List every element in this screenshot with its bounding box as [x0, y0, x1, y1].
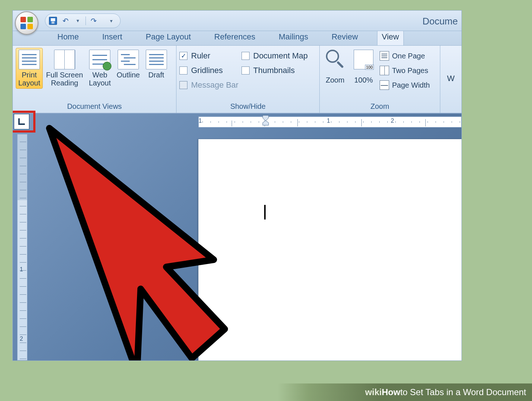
- two-pages-button[interactable]: Two Pages: [380, 63, 430, 78]
- magnifier-icon: [325, 50, 345, 69]
- tab-selector-button[interactable]: [14, 114, 30, 130]
- draft-icon: [146, 50, 167, 69]
- tab-references[interactable]: References: [210, 30, 260, 45]
- web-layout-label: Web Layout: [89, 71, 111, 87]
- left-tab-icon: [18, 118, 25, 125]
- thumbnails-checkbox[interactable]: Thumbnails: [242, 63, 308, 78]
- print-layout-label: Print Layout: [18, 71, 40, 87]
- document-map-checkbox[interactable]: Document Map: [242, 49, 308, 63]
- group-document-views-label: Document Views: [16, 101, 173, 113]
- h-ruler-ticks: 112: [199, 117, 461, 127]
- save-button[interactable]: [48, 16, 58, 26]
- draft-label: Draft: [148, 71, 164, 79]
- checkbox-disabled-icon: [179, 81, 187, 89]
- tab-mailings[interactable]: Mailings: [274, 30, 313, 45]
- wikihow-caption: wikiHow to Set Tabs in a Word Document: [278, 383, 532, 401]
- checkbox-checked-icon: ✓: [179, 52, 187, 60]
- v-ruler-margin-shade: [18, 134, 27, 200]
- zoom-label: Zoom: [326, 76, 344, 84]
- message-bar-label: Message Bar: [191, 80, 239, 90]
- one-page-button[interactable]: One Page: [380, 49, 430, 63]
- undo-button[interactable]: ↶: [61, 16, 70, 26]
- tab-page-layout[interactable]: Page Layout: [141, 30, 195, 45]
- word-window: ↶ ▼ ↷ ▾ Docume Home Insert Page Layout R…: [12, 10, 462, 361]
- document-page[interactable]: [198, 139, 461, 360]
- svg-marker-1: [263, 121, 269, 125]
- page-width-icon: [380, 80, 389, 90]
- draft-button[interactable]: Draft: [143, 48, 170, 81]
- thumbnails-label: Thumbnails: [253, 66, 295, 75]
- wikihow-wiki: wiki: [365, 387, 381, 397]
- page-width-button[interactable]: Page Width: [380, 78, 430, 92]
- group-window-partial: W: [440, 46, 461, 113]
- print-layout-button[interactable]: Print Layout: [16, 48, 43, 89]
- ruler-checkbox[interactable]: ✓ Ruler: [179, 49, 242, 63]
- full-screen-reading-button[interactable]: Full Screen Reading: [43, 48, 86, 89]
- full-screen-reading-label: Full Screen Reading: [46, 71, 83, 87]
- svg-marker-0: [263, 115, 269, 121]
- group-zoom: Zoom 100% One Page Two Pages: [320, 46, 440, 113]
- outline-icon: [118, 50, 139, 69]
- text-caret: [264, 205, 266, 219]
- redo-button[interactable]: ↷: [89, 16, 98, 26]
- ruler-label: Ruler: [191, 51, 210, 61]
- vertical-ruler[interactable]: 12: [17, 134, 27, 360]
- zoom-100-label: 100%: [354, 76, 373, 84]
- checkbox-icon: [242, 52, 250, 60]
- group-show-hide-label: Show/Hide: [179, 101, 316, 113]
- wikihow-how: How: [382, 387, 400, 397]
- tab-home[interactable]: Home: [53, 30, 83, 45]
- tab-review[interactable]: Review: [327, 30, 362, 45]
- document-title: Docume: [422, 16, 458, 27]
- web-layout-icon: [89, 50, 110, 69]
- one-page-icon: [380, 51, 389, 61]
- undo-dropdown[interactable]: ▼: [73, 16, 83, 26]
- gridlines-label: Gridlines: [191, 66, 223, 75]
- print-layout-icon: [19, 50, 40, 69]
- qat-customize-button[interactable]: ▾: [106, 16, 116, 26]
- qat-separator: [86, 16, 86, 25]
- two-pages-icon: [380, 66, 389, 75]
- full-screen-reading-icon: [54, 50, 75, 69]
- ribbon-tabstrip: Home Insert Page Layout References Maili…: [13, 31, 461, 46]
- quick-access-toolbar: ↶ ▼ ↷ ▾: [45, 14, 121, 28]
- ribbon: Print Layout Full Screen Reading Web Lay…: [13, 46, 461, 114]
- message-bar-checkbox: Message Bar: [179, 78, 242, 92]
- window-partial-label: W: [447, 74, 455, 83]
- group-show-hide: ✓ Ruler Gridlines Message Bar: [176, 46, 320, 113]
- checkbox-icon: [179, 66, 187, 75]
- document-area: 112 12: [13, 114, 461, 360]
- group-zoom-label: Zoom: [323, 101, 437, 113]
- wikihow-rest: to Set Tabs in a Word Document: [400, 387, 526, 397]
- zoom-100-button[interactable]: 100%: [351, 48, 376, 86]
- document-map-label: Document Map: [253, 51, 308, 61]
- indent-marker[interactable]: [262, 115, 269, 126]
- office-logo-icon: [20, 17, 33, 29]
- office-button[interactable]: [15, 11, 38, 35]
- page-100-icon: [354, 50, 373, 69]
- checkbox-icon: [242, 66, 250, 75]
- save-icon: [49, 17, 57, 25]
- one-page-label: One Page: [392, 52, 425, 60]
- horizontal-ruler[interactable]: 112: [198, 117, 461, 127]
- outline-label: Outline: [117, 71, 140, 79]
- tab-view[interactable]: View: [377, 30, 404, 45]
- title-bar: ↶ ▼ ↷ ▾ Docume: [13, 11, 461, 31]
- group-document-views: Print Layout Full Screen Reading Web Lay…: [13, 46, 176, 113]
- gridlines-checkbox[interactable]: Gridlines: [179, 63, 242, 78]
- group-window-label-empty: [443, 109, 459, 113]
- tab-insert[interactable]: Insert: [98, 30, 127, 45]
- page-width-label: Page Width: [392, 81, 430, 89]
- outline-button[interactable]: Outline: [114, 48, 142, 81]
- web-layout-button[interactable]: Web Layout: [86, 48, 113, 89]
- two-pages-label: Two Pages: [392, 66, 428, 75]
- zoom-button[interactable]: Zoom: [323, 48, 347, 86]
